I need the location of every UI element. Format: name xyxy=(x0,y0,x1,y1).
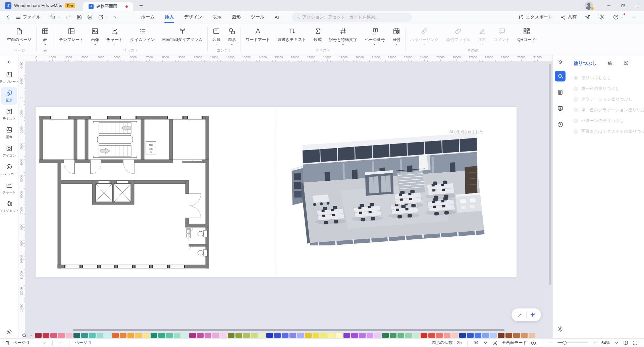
color-swatch[interactable] xyxy=(228,333,234,338)
color-swatch[interactable] xyxy=(235,333,242,338)
page-tab[interactable]: ページ-1 xyxy=(75,340,91,346)
color-swatch[interactable] xyxy=(97,333,103,338)
fit-screen-button[interactable] xyxy=(632,340,638,346)
sidebar-item-図形[interactable]: 図形 xyxy=(1,87,17,105)
color-swatch[interactable] xyxy=(259,333,265,338)
zoom-out-button[interactable] xyxy=(548,340,554,346)
file-menu-button[interactable]: ファイル xyxy=(13,12,43,22)
color-swatch[interactable] xyxy=(343,333,350,338)
color-swatch[interactable] xyxy=(505,333,512,338)
zoom-slider-knob[interactable] xyxy=(563,341,567,345)
new-tab-button[interactable] xyxy=(139,3,144,8)
horizontal-scrollbar[interactable] xyxy=(73,329,504,331)
color-swatch[interactable] xyxy=(359,333,366,338)
zoom-in-button[interactable] xyxy=(592,340,598,346)
sidebar-item-アイコン[interactable]: アイコン xyxy=(1,142,17,160)
color-swatch[interactable] xyxy=(274,333,281,338)
zoom-dropdown-icon[interactable] xyxy=(613,340,619,346)
ribbon-item-ページ番号[interactable]: ページ番号 xyxy=(361,26,389,46)
magic-wand-button[interactable] xyxy=(514,311,526,319)
sidebar-item-チャート[interactable]: チャート xyxy=(1,179,17,197)
color-swatch[interactable] xyxy=(181,333,188,338)
color-swatch[interactable] xyxy=(351,333,358,338)
panel-collapse-button[interactable] xyxy=(557,59,564,65)
search-box[interactable] xyxy=(292,13,412,21)
color-swatch[interactable] xyxy=(297,333,304,338)
color-swatch[interactable] xyxy=(467,333,474,338)
color-swatch[interactable] xyxy=(81,333,88,338)
color-swatch[interactable] xyxy=(205,333,211,338)
color-swatch[interactable] xyxy=(197,333,204,338)
restore-button[interactable] xyxy=(616,0,630,11)
help-button[interactable] xyxy=(610,12,626,22)
sidebar-item-ウィジェット[interactable]: ウィジェット xyxy=(1,198,17,215)
page-settings-button[interactable] xyxy=(555,87,566,98)
minimize-button[interactable] xyxy=(602,0,616,11)
color-swatch[interactable] xyxy=(336,333,342,338)
color-swatch[interactable] xyxy=(459,333,466,338)
ribbon-item-図形[interactable]: 図形 xyxy=(224,26,239,46)
layers-button[interactable] xyxy=(473,340,479,346)
ribbon-tab-表示[interactable]: 表示 xyxy=(208,11,226,23)
color-swatch[interactable] xyxy=(475,333,481,338)
color-swatch[interactable] xyxy=(282,333,288,338)
color-swatch[interactable] xyxy=(50,333,57,338)
send-feedback-button[interactable] xyxy=(582,12,593,22)
export-button[interactable]: エクスポート xyxy=(516,12,555,22)
ribbon-item-空白のページ[interactable]: 空白のページ xyxy=(3,26,35,46)
redo-button[interactable] xyxy=(63,12,74,22)
undo-button[interactable] xyxy=(47,12,63,22)
color-swatch[interactable] xyxy=(529,333,535,338)
color-swatch[interactable] xyxy=(444,333,450,338)
color-swatch[interactable] xyxy=(120,333,126,338)
color-swatch[interactable] xyxy=(166,333,173,338)
color-swatch[interactable] xyxy=(143,333,150,338)
user-avatar[interactable] xyxy=(585,1,593,10)
format-tab-線[interactable]: 線 xyxy=(608,60,613,66)
color-swatch[interactable] xyxy=(158,333,165,338)
color-swatch[interactable] xyxy=(174,333,180,338)
color-swatch[interactable] xyxy=(104,333,111,338)
pan-book-button[interactable] xyxy=(623,340,629,346)
color-swatch[interactable] xyxy=(43,333,49,338)
floor-plan-drawing[interactable]: RD OD S xyxy=(37,113,211,270)
color-swatch[interactable] xyxy=(58,333,65,338)
share-export-button[interactable] xyxy=(95,12,111,22)
panel-settings-button[interactable] xyxy=(555,324,566,334)
ribbon-item-日付[interactable]: 日付 xyxy=(389,26,404,46)
color-swatch[interactable] xyxy=(89,333,96,338)
color-swatch[interactable] xyxy=(428,333,435,338)
add-page-button[interactable] xyxy=(58,340,64,346)
toolbar-more-button[interactable] xyxy=(111,12,120,22)
zoom-level[interactable]: 64% xyxy=(601,341,610,345)
sidebar-item-ステッカー[interactable]: ステッカー xyxy=(1,161,17,178)
settings-button[interactable] xyxy=(596,12,607,22)
fullscreen-mode-button[interactable]: 全画面モード xyxy=(501,340,527,346)
sidebar-expand-button[interactable] xyxy=(0,56,18,68)
page-selector[interactable]: ページ-1 xyxy=(13,340,38,346)
color-swatch[interactable] xyxy=(266,333,273,338)
search-input[interactable] xyxy=(303,15,408,19)
color-swatch[interactable] xyxy=(189,333,196,338)
color-swatch[interactable] xyxy=(112,333,119,338)
color-swatch[interactable] xyxy=(405,333,412,338)
ribbon-item-画像[interactable]: 画像 xyxy=(87,26,103,46)
presentation-button[interactable] xyxy=(555,103,566,114)
save-button[interactable] xyxy=(74,12,85,22)
color-swatch[interactable] xyxy=(305,333,312,338)
color-swatch[interactable] xyxy=(127,333,134,338)
format-tab-影[interactable]: 影 xyxy=(624,60,629,66)
color-swatch[interactable] xyxy=(320,333,327,338)
office-3d-render[interactable] xyxy=(290,122,491,245)
fill-color-icon[interactable] xyxy=(21,333,27,338)
color-swatch[interactable] xyxy=(482,333,489,338)
ribbon-tab-ツール[interactable]: ツール xyxy=(247,11,269,23)
color-swatch[interactable] xyxy=(289,333,296,338)
color-swatch[interactable] xyxy=(513,333,520,338)
format-tab-塗りつぶし[interactable]: 塗りつぶし xyxy=(574,60,597,66)
ribbon-tab-デザイン[interactable]: デザイン xyxy=(179,11,207,23)
color-swatch[interactable] xyxy=(397,333,404,338)
color-swatch[interactable] xyxy=(382,333,389,338)
color-swatch[interactable] xyxy=(313,333,319,338)
layers-dropdown-icon[interactable] xyxy=(483,340,488,346)
